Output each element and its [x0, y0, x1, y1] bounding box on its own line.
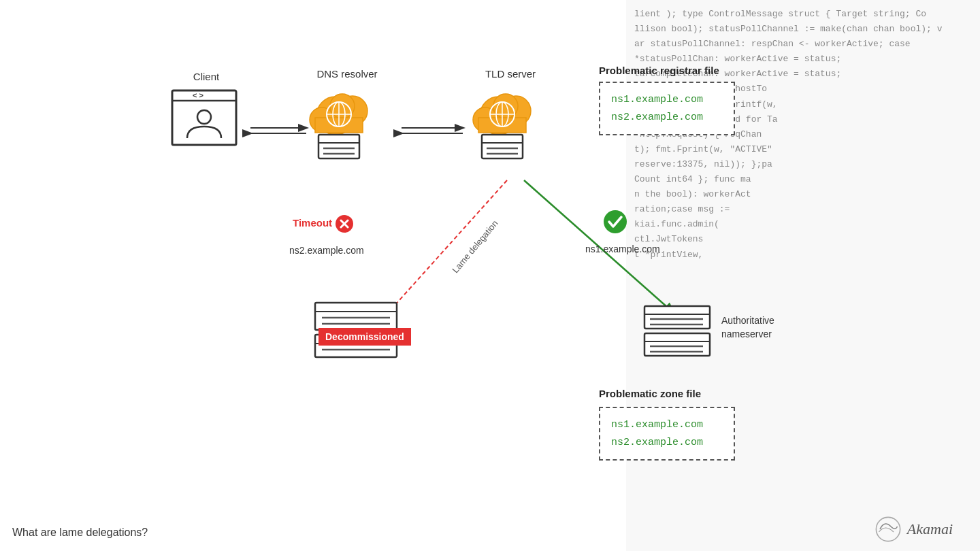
zone-ns1: ns1.example.com	[611, 416, 723, 434]
lame-delegation-label: Lame delegation	[450, 218, 500, 275]
svg-rect-35	[315, 303, 397, 330]
zone-file-box: ns1.example.com ns2.example.com	[599, 407, 735, 461]
decommissioned-badge: Decommissioned	[318, 328, 411, 346]
ns1-label: ns1.example.com	[585, 244, 660, 254]
tld-server-label: TLD server	[466, 68, 555, 80]
svg-text:< >: < >	[193, 91, 203, 99]
zone-file-title: Problematic zone file	[599, 388, 701, 399]
akamai-text: Akamai	[907, 520, 953, 538]
registrar-file-title: Problematic registrar file	[599, 65, 719, 76]
authoritative-label: Authoritative nameserver	[721, 314, 774, 341]
timeout-label: Timeout	[293, 214, 354, 233]
akamai-logo: Akamai	[875, 516, 953, 543]
svg-rect-14	[318, 135, 359, 158]
diagram-area: Client < > DNS resolver	[0, 0, 980, 551]
registrar-ns2: ns2.example.com	[611, 109, 723, 127]
dns-resolver-label: DNS resolver	[299, 68, 395, 80]
registrar-file-box: ns1.example.com ns2.example.com	[599, 82, 735, 135]
client-icon: < >	[167, 87, 242, 155]
dns-resolver-icon	[298, 80, 397, 169]
svg-point-34	[604, 210, 627, 233]
svg-rect-1	[172, 90, 236, 145]
green-check-icon	[602, 209, 628, 235]
zone-ns2: ns2.example.com	[611, 434, 723, 452]
svg-rect-27	[482, 135, 523, 158]
timeout-x-icon	[335, 214, 354, 233]
registrar-ns1: ns1.example.com	[611, 91, 723, 109]
svg-point-50	[876, 517, 900, 541]
bottom-question: What are lame delegations?	[12, 527, 148, 539]
client-label: Client	[169, 71, 244, 82]
authoritative-server-icon	[643, 305, 711, 363]
akamai-symbol	[875, 516, 902, 543]
tld-server-icon	[461, 80, 560, 169]
ns2-label: ns2.example.com	[289, 245, 364, 256]
